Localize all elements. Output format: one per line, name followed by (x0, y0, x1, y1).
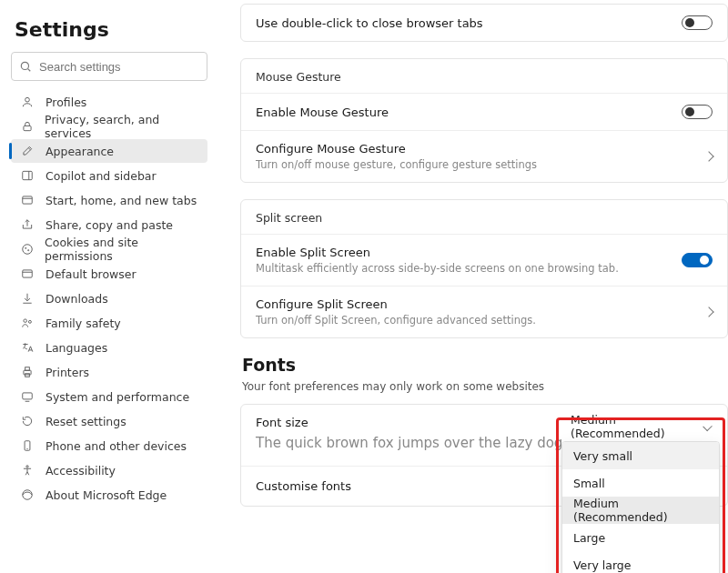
toggle-off[interactable] (682, 15, 713, 30)
sidebar-item-system[interactable]: System and performance (11, 385, 207, 408)
family-icon (20, 316, 35, 330)
dropdown-item-large[interactable]: Large (562, 524, 719, 551)
svg-point-0 (21, 62, 28, 69)
svg-rect-19 (23, 393, 33, 399)
sidebar-item-appearance[interactable]: Appearance (11, 139, 207, 163)
double-click-row[interactable]: Use double-click to close browser tabs (241, 5, 727, 41)
svg-point-8 (22, 245, 32, 255)
search-icon (19, 60, 32, 73)
svg-rect-18 (25, 374, 30, 377)
browser-icon (20, 266, 35, 281)
sidebar-item-share[interactable]: Share, copy and paste (11, 213, 207, 236)
svg-point-14 (24, 319, 27, 323)
sidebar-item-default-browser[interactable]: Default browser (11, 262, 207, 286)
enable-mouse-gesture-row[interactable]: Enable Mouse Gesture (241, 93, 727, 130)
accessibility-icon (20, 463, 35, 478)
mouse-gesture-card: Mouse Gesture Enable Mouse Gesture Confi… (240, 58, 728, 183)
toggle-on[interactable] (682, 253, 713, 267)
row-label: Enable Split Screen (256, 246, 619, 259)
sidebar-item-phone[interactable]: Phone and other devices (11, 434, 207, 457)
dropdown-value: Medium (Recommended) (571, 413, 697, 440)
sidebar-item-label: Profiles (46, 96, 86, 109)
sidebar-item-copilot[interactable]: Copilot and sidebar (11, 164, 207, 187)
search-box[interactable] (11, 52, 207, 81)
sidebar-item-label: Phone and other devices (46, 439, 187, 453)
configure-split-screen-row[interactable]: Configure Split Screen Turn on/off Split… (241, 286, 727, 337)
dropdown-item-small[interactable]: Small (562, 469, 719, 497)
sidebar-item-label: Accessibility (46, 464, 116, 478)
sidebar-item-reset[interactable]: Reset settings (11, 409, 207, 433)
sidebar-item-label: Printers (46, 366, 89, 379)
row-label: Configure Split Screen (256, 297, 536, 311)
phone-icon (20, 438, 35, 453)
toggle-off[interactable] (682, 105, 713, 119)
row-label: Customise fonts (256, 479, 351, 493)
language-icon (20, 340, 35, 355)
sidebar: Settings Profiles Privacy, search, and s… (0, 0, 218, 573)
dropdown-menu: Very small Small Medium (Recommended) La… (561, 441, 720, 573)
sidebar-item-privacy[interactable]: Privacy, search, and services (11, 115, 207, 138)
svg-rect-4 (23, 171, 33, 179)
configure-mouse-gesture-row[interactable]: Configure Mouse Gesture Turn on/off mous… (241, 130, 727, 182)
sidebar-nav: Profiles Privacy, search, and services A… (11, 90, 207, 507)
font-size-row[interactable]: Font size The quick brown fox jumps over… (241, 405, 727, 466)
dropdown-item-very-large[interactable]: Very large (562, 551, 719, 573)
svg-rect-11 (23, 270, 33, 277)
svg-point-15 (28, 320, 31, 323)
svg-point-24 (23, 490, 33, 500)
sidebar-item-label: Appearance (46, 145, 114, 158)
sidebar-item-downloads[interactable]: Downloads (11, 286, 207, 310)
sidebar-item-start[interactable]: Start, home, and new tabs (11, 188, 207, 212)
fonts-card: Font size The quick brown fox jumps over… (240, 404, 728, 507)
chevron-right-icon (703, 151, 713, 161)
sidebar-item-label: Share, copy and paste (46, 218, 173, 232)
sidebar-item-printers[interactable]: Printers (11, 360, 207, 384)
sidebar-item-label: Cookies and site permissions (45, 236, 200, 263)
page-title: Settings (15, 18, 207, 41)
cookies-icon (20, 242, 34, 256)
panel-icon (20, 168, 35, 183)
dropdown-button[interactable]: Medium (Recommended) (561, 414, 720, 439)
svg-line-1 (28, 69, 31, 72)
edge-icon (20, 488, 35, 502)
svg-point-9 (25, 247, 25, 248)
paintbrush-icon (20, 144, 35, 158)
sidebar-item-about[interactable]: About Microsoft Edge (11, 483, 207, 507)
svg-point-10 (27, 250, 28, 251)
row-label: Configure Mouse Gesture (256, 142, 537, 156)
lock-icon (20, 119, 34, 134)
system-icon (20, 389, 35, 404)
row-desc: Turn on/off Split Screen, configure adva… (256, 314, 536, 327)
sidebar-item-label: Privacy, search, and services (45, 113, 200, 140)
split-screen-card: Split screen Enable Split Screen Multita… (240, 199, 728, 338)
sidebar-item-profiles[interactable]: Profiles (11, 90, 207, 114)
chevron-down-icon (703, 422, 713, 432)
sidebar-item-cookies[interactable]: Cookies and site permissions (11, 237, 207, 261)
sidebar-item-label: About Microsoft Edge (46, 488, 167, 502)
sidebar-item-family[interactable]: Family safety (11, 311, 207, 335)
dropdown-item-medium[interactable]: Medium (Recommended) (562, 497, 719, 524)
row-label: Enable Mouse Gesture (256, 106, 389, 119)
sidebar-item-accessibility[interactable]: Accessibility (11, 458, 207, 482)
double-click-card: Use double-click to close browser tabs (240, 4, 728, 42)
main-content: Use double-click to close browser tabs M… (218, 0, 728, 573)
sidebar-item-label: Family safety (46, 317, 121, 330)
sidebar-item-label: System and performance (46, 390, 189, 404)
dropdown-item-very-small[interactable]: Very small (562, 442, 719, 469)
sidebar-item-label: Downloads (46, 292, 108, 306)
sidebar-item-label: Copilot and sidebar (46, 169, 157, 183)
enable-split-screen-row[interactable]: Enable Split Screen Multitask efficientl… (241, 234, 727, 286)
row-label: Use double-click to close browser tabs (256, 16, 483, 30)
sidebar-item-languages[interactable]: Languages (11, 336, 207, 359)
search-input[interactable] (37, 59, 199, 75)
sidebar-item-label: Reset settings (46, 415, 126, 428)
svg-rect-6 (23, 196, 33, 204)
share-icon (20, 217, 35, 232)
fonts-subtext: Your font preferences may only work on s… (242, 380, 728, 393)
row-desc: Turn on/off mouse gesture, configure ges… (256, 158, 537, 171)
download-icon (20, 291, 35, 306)
svg-rect-3 (23, 126, 30, 130)
font-size-dropdown: Medium (Recommended) Very small Small Me… (561, 414, 720, 573)
section-header: Split screen (241, 200, 727, 234)
svg-point-2 (25, 97, 30, 102)
